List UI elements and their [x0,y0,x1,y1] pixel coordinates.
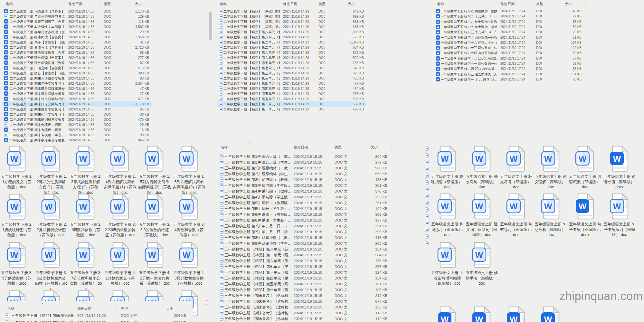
file-row[interactable]: W一年级数学下册 练习十三 两位数减一位...2024/11/19 17:24D… [434,45,584,51]
file-row[interactable]: W二年级数学下册 【精品】第七单元《角...2024/11/19 14:29DO… [217,60,366,65]
file-row[interactable]: W二年级语文下册 口语交际【含答案】（...2024/11/19 14:36DO… [2,65,152,71]
file-row[interactable]: W一年级数学下册 练习一 十 几 减 9（人...2024/11/19 17:2… [434,77,584,82]
file-row[interactable]: W二年级数学下册 【精品】第四单元《认...2024/11/19 14:29DO… [217,81,366,86]
file-tile[interactable]: W五年级数学下册 1.3等式的性质和解方程 (2)（苏教版）.doc [69,146,102,195]
file-row[interactable]: W三年级数学上册 【精品】第二单元《观...2024/11/19 15:15DO… [218,252,390,258]
column-header-name[interactable]: 名称 [7,306,14,311]
file-tile[interactable]: W五年级语文上册 词义理解（部编版）.doc [534,146,567,190]
file-row[interactable]: W一年级数学下册 练习三 十几减5、4、3...2024/11/19 17:24… [434,30,584,35]
file-row[interactable]: W二年级语文下册 期末拼音专项复习【含...2024/11/19 14:36DO… [2,107,152,112]
file-tile[interactable]: W五年级语文上册 标点符号（部编版）.doc [499,146,533,190]
file-row[interactable]: W三年级数学上册 第5讲 周长（学生版）...2024/11/19 15:15D… [218,206,390,211]
file-row[interactable]: W三年级数学上册 【精品】第六单元《乘...2024/11/19 15:15DO… [218,258,390,263]
file-row[interactable]: W三年级数学上册 【精品】期末测试A卷...2024/11/19 15:20DO… [3,313,189,318]
file-row[interactable]: W三年级数学上册 【期末备考】（达标检...2024/11/19 15:15DO… [218,310,390,316]
file-row[interactable]: W二年级语文下册 单元词语整理与考点归...2024/11/19 14:36DO… [2,14,152,19]
column-header-date[interactable]: 修改日期 [294,144,308,150]
file-row[interactable]: W二年级语文下册 各单元考点梳理（全册...2024/11/19 14:36DO… [2,29,152,34]
file-row[interactable]: W三年级数学上册 【精品】第四单元《乘...2024/11/19 15:15DO… [218,276,390,281]
column-header-type[interactable]: 类型 [318,1,326,7]
file-tile[interactable]: W五年级数学下册 1.6列方程解决简单实际问题 (3)（苏教版）.doc [172,146,206,195]
file-row[interactable]: W二年级数学下册 【精品】第六单元《两...2024/11/19 14:29DO… [217,55,366,60]
file-row[interactable]: W三年级数学上册 第2讲 观察物体（（教...2024/11/19 15:15D… [218,166,390,171]
column-header-size[interactable]: 大小 [565,1,572,7]
file-row[interactable]: W三年级数学上册 第6讲 乘法（（教师版...2024/11/19 15:15D… [218,212,390,217]
scrollbar-down-icon[interactable]: ⌄ [205,298,208,301]
file-row[interactable]: W一年级数学下册 练习七 整十数加、减整...2024/11/19 17:24D… [434,24,584,30]
file-row[interactable]: W二年级语文下册 期末专项卷：字音、字...2024/11/19 14:36DO… [2,132,152,137]
file-row[interactable]: W三年级数学上册 第8讲 认识小数（学生...2024/11/19 15:15D… [218,241,390,246]
file-tile[interactable]: W五年级语文上册 句子专项（部编版）.docx [568,193,602,238]
file-tile[interactable]: W五年级数学下册 3.3 3的倍数的特征（苏教版）.doc [138,194,171,238]
file-tile[interactable]: W [465,306,498,322]
column-header-type[interactable]: 类型 [121,306,128,311]
file-row[interactable]: W二年级语文下册 期末专项卷：积累、阅...2024/11/19 14:36DO… [2,127,152,132]
file-row[interactable]: W二年级语文下册 期末词语成语专项复习...2024/11/19 14:36DO… [2,76,152,81]
file-tile[interactable]: W五年级数学下册 1.1方程的意义（苏教版）.doc [0,146,33,190]
file-row[interactable]: W一年级数学下册 练习十四 有括号的加减...2024/11/19 17:24D… [434,51,584,56]
file-tile[interactable]: W五年级语文上册 构词练习（部编版）.doc [431,193,464,238]
file-row[interactable]: W二年级数学下册 【精品】第七单元《角...2024/11/19 14:29DO… [217,65,366,71]
file-row[interactable]: W三年级数学上册 第4讲 乘与除（学生版...2024/11/19 15:15D… [218,194,390,200]
file-row[interactable]: W三年级数学上册 【精品】第七单元《年...2024/11/19 15:15DO… [218,264,390,269]
file-row[interactable]: W一年级数学下册 练习十 两位数加一位数...2024/11/19 17:24D… [434,35,584,40]
file-row[interactable]: W二年级语文下册 非连续性文本阅读【含...2024/11/19 14:36DO… [2,24,152,29]
file-row[interactable]: W一年级数学下册 练习五 迷宫大冲关（人...2024/11/19 17:24D… [434,72,584,77]
file-row[interactable]: W二年级数学下册 【精品】第三单元《认...2024/11/19 14:29DO… [217,71,366,76]
scrollbar-thumb[interactable] [209,12,212,40]
file-row[interactable]: W二年级数学下册 【精品】第二单元《时...2024/11/19 14:29DO… [217,45,366,50]
file-row[interactable]: W一年级数学下册 练习十五 100以内的加...2024/11/19 17:24… [434,56,584,61]
column-header-type[interactable]: 类型 [335,144,342,150]
file-row[interactable]: W二年级语文下册 课内阅读拓展【含答案...2024/11/19 14:36DO… [2,50,152,55]
column-header-name[interactable]: 名称 [6,1,13,7]
column-header-date[interactable]: 修改日期 [500,1,515,7]
file-row[interactable]: W二年级语文下册 期末新词积累专项复习...2024/11/19 14:36DO… [2,117,152,122]
file-row[interactable]: W一年级数学下册 练习四 20以内的加减...2024/11/19 17:24D… [434,66,584,71]
file-row[interactable]: W二年级语文下册 期末字形字义专项复习...2024/11/19 14:36DO… [2,137,152,143]
file-tile[interactable]: W五年级数学下册 1.5列方程解决简单实际问题 (2)（苏教版）.doc [138,146,171,195]
file-tile[interactable]: W五年级数学下册 3.5分解质因数（苏教版）.doc [0,242,33,286]
column-header-size[interactable]: 大小 [348,1,355,7]
file-row[interactable]: W二年级数学下册 【精品】（基础）期末...2024/11/19 14:29DO… [217,14,366,19]
file-row[interactable]: W三年级数学上册 第3讲 加与减（（教师...2024/11/19 15:15D… [218,177,390,182]
file-row[interactable]: W三年级数学上册 第4讲 乘与除（（教师...2024/11/19 15:15D… [218,189,390,194]
file-row[interactable]: W二年级语文下册 多音字同音字【含答案...2024/11/19 14:36DO… [2,19,152,24]
file-tile[interactable]: W五年级数学下册 3.6公因数和最大公因数（苏教版）.doc [34,242,68,291]
file-row[interactable]: W一年级数学下册 练习十六 迷宫大冲关（...2024/11/19 17:24D… [434,40,584,45]
file-tile[interactable]: W五年级语文上册 词语积累（部编版）.doc [568,146,602,190]
file-row[interactable]: W二年级语文下册 期末口语交际与写作专...2024/11/19 14:36DO… [2,101,152,107]
file-tile[interactable]: W五年级语文上册 近义词、反义词（部编版）.doc [465,193,498,238]
file-tile[interactable]: W五年级语文上册 趣味成语（部编版）.doc [431,146,464,190]
file-tile[interactable]: W [431,306,464,322]
column-header-date[interactable]: 修改日期 [283,1,297,7]
file-tile[interactable]: W五年级语文上册 句子专项练习（部编版）.doc [603,193,636,238]
file-row[interactable]: W一年级数学下册 练习八 两位数加一位数...2024/11/19 17:24D… [434,9,584,14]
file-tile[interactable]: W五年级语文上册 修改病句（部编版）.doc [465,146,498,190]
file-row[interactable]: W三年级数学上册 【期末备考】（达标检...2024/11/19 15:15DO… [218,299,390,304]
file-tile[interactable]: W五年级数学下册 3.4质数和合数（苏教版）.doc [172,194,206,238]
file-row[interactable]: W三年级数学上册 第6讲 乘法（学生版）...2024/11/19 15:15D… [218,218,390,223]
file-row[interactable]: W三年级数学上册 【期末备考】（达标检...2024/11/19 15:15DO… [218,316,390,321]
column-header-size[interactable]: 大小 [371,144,378,150]
file-tile[interactable]: W五年级数学下册 3.7公倍数和最小公倍数（苏教版）.doc [69,242,102,291]
file-row[interactable]: W二年级数学下册 【精品】（提高）期末...2024/11/19 14:29DO… [217,24,366,29]
file-row[interactable]: W三年级数学上册 第7讲 年、月、日（（...2024/11/19 15:15D… [218,223,390,229]
file-tile[interactable]: W五年级语文上册 词语专项（部编版）.docx [603,146,636,190]
file-row[interactable]: W二年级数学下册 【精品】第三单元《认...2024/11/19 14:29DO… [217,76,366,81]
column-header-name[interactable]: 名称 [220,1,227,7]
file-tile[interactable]: W五年级数学下册 3.1因数和倍数（苏教版）.doc [69,194,102,238]
column-header-type[interactable]: 类型 [536,1,543,7]
file-row[interactable]: W二年级数学下册 【精品】第五单元《分...2024/11/19 14:29DO… [217,91,366,96]
file-tile[interactable]: W五年级数学下册 4.1分数的意义（苏教版）.doc [103,242,137,286]
file-row[interactable]: W三年级数学上册 第8讲 认识小数（（教...2024/11/19 15:15D… [218,235,390,240]
file-row[interactable]: W二年级数学下册 【精品】第一单元《有...2024/11/19 14:29DO… [217,107,366,112]
file-row[interactable]: W二年级语文下册 期末课外阅读专项复习...2024/11/19 14:36DO… [2,91,152,96]
file-row[interactable]: W二年级语文下册 期末句子专项复习【含...2024/11/19 14:36DO… [2,81,152,86]
file-row[interactable]: W二年级数学下册 【精品】第六单元《两...2024/11/19 14:29DO… [217,50,366,55]
file-tile[interactable]: W五年级数学下册 4.2分数与除法的关系（苏教版）.doc [138,242,171,286]
file-row[interactable]: W二年级语文下册 课外阅读【含答案】（...2024/11/19 14:36DO… [2,55,152,60]
file-row[interactable]: W三年级数学上册 【精品】第八单元《认...2024/11/19 15:15DO… [218,247,390,252]
file-row[interactable]: W二年级语文下册 期末课外阅读拓展专项...2024/11/19 14:36DO… [2,86,152,91]
file-tile[interactable]: W五年级语文上册 句式练习（部编版）.doc [499,193,533,238]
file-tile[interactable]: W五年级数学下册 2.1折线统计图（苏教版）.doc [0,194,33,238]
